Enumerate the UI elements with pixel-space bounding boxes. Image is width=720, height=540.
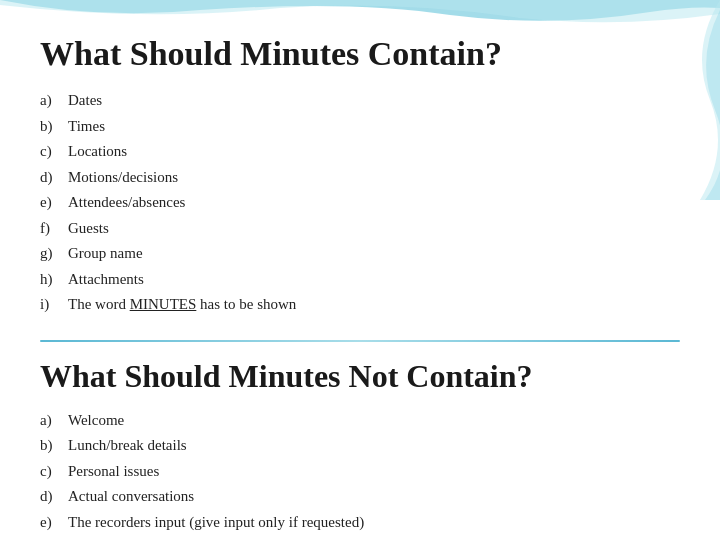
list-item: c)Locations — [40, 140, 680, 163]
section1-list: a)Datesb)Timesc)Locationsd)Motions/decis… — [40, 89, 680, 316]
list-item-label: d) — [40, 166, 68, 189]
list-item-label: f) — [40, 536, 68, 540]
list-item-text: Personal issues — [68, 460, 159, 483]
list-item-label: c) — [40, 460, 68, 483]
list-item-text: Guests — [68, 217, 109, 240]
main-content: What Should Minutes Contain? a)Datesb)Ti… — [0, 0, 720, 540]
section2-title: What Should Minutes Not Contain? — [40, 358, 680, 395]
list-item: d)Motions/decisions — [40, 166, 680, 189]
list-item-label: d) — [40, 485, 68, 508]
list-item: c)Personal issues — [40, 460, 680, 483]
list-item-label: c) — [40, 140, 68, 163]
list-item-label: e) — [40, 191, 68, 214]
list-item-text: Motions/decisions — [68, 166, 178, 189]
list-item-text: Attachments — [68, 268, 144, 291]
section-divider — [40, 340, 680, 342]
list-item: f)Guests — [40, 217, 680, 240]
list-item-text: Group name — [68, 242, 143, 265]
list-item: a)Dates — [40, 89, 680, 112]
list-item-text: Attendees/absences — [68, 191, 185, 214]
list-item: g)Group name — [40, 242, 680, 265]
list-item: f)Side conversations — [40, 536, 680, 540]
list-item: a)Welcome — [40, 409, 680, 432]
list-item-text: Locations — [68, 140, 127, 163]
list-item-text: The recorders input (give input only if … — [68, 511, 364, 534]
list-item: d)Actual conversations — [40, 485, 680, 508]
list-item: h)Attachments — [40, 268, 680, 291]
list-item-text: Side conversations — [68, 536, 181, 540]
list-item-label: b) — [40, 115, 68, 138]
list-item-label: a) — [40, 409, 68, 432]
section2: What Should Minutes Not Contain? a)Welco… — [40, 358, 680, 541]
list-item-label: a) — [40, 89, 68, 112]
list-item: b)Times — [40, 115, 680, 138]
list-item-label: b) — [40, 434, 68, 457]
list-item-label: e) — [40, 511, 68, 534]
section1: What Should Minutes Contain? a)Datesb)Ti… — [40, 35, 680, 316]
list-item-label: h) — [40, 268, 68, 291]
list-item-text: Welcome — [68, 409, 124, 432]
list-item-label: i) — [40, 293, 68, 316]
list-item-text: Times — [68, 115, 105, 138]
list-item-text: The word MINUTES has to be shown — [68, 293, 296, 316]
list-item: i)The word MINUTES has to be shown — [40, 293, 680, 316]
list-item-label: g) — [40, 242, 68, 265]
list-item: e)The recorders input (give input only i… — [40, 511, 680, 534]
list-item-text: Actual conversations — [68, 485, 194, 508]
list-item: e)Attendees/absences — [40, 191, 680, 214]
section1-title: What Should Minutes Contain? — [40, 35, 680, 73]
list-item-text: Dates — [68, 89, 102, 112]
list-item-text: Lunch/break details — [68, 434, 187, 457]
list-item-label: f) — [40, 217, 68, 240]
minutes-underline: MINUTES — [130, 296, 197, 312]
list-item: b)Lunch/break details — [40, 434, 680, 457]
section2-list: a)Welcomeb)Lunch/break detailsc)Personal… — [40, 409, 680, 541]
